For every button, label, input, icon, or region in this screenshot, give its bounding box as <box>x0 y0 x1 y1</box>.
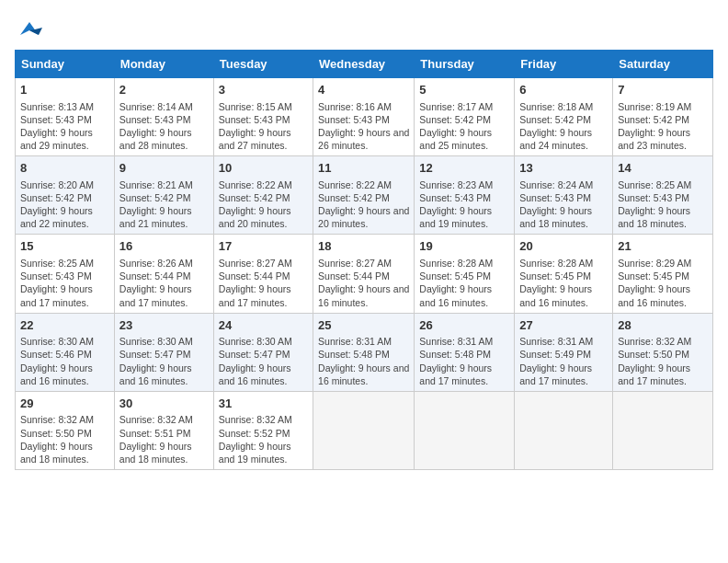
day-info: Sunrise: 8:28 AMSunset: 5:45 PMDaylight:… <box>419 257 509 309</box>
day-number: 20 <box>519 238 608 255</box>
calendar-day-cell: 7Sunrise: 8:19 AMSunset: 5:42 PMDaylight… <box>613 78 713 156</box>
day-info: Sunrise: 8:24 AMSunset: 5:43 PMDaylight:… <box>519 178 608 231</box>
calendar-day-cell: 19Sunrise: 8:28 AMSunset: 5:45 PMDayligh… <box>415 235 515 313</box>
day-info: Sunrise: 8:25 AMSunset: 5:43 PMDaylight:… <box>618 178 708 231</box>
day-number: 12 <box>419 160 509 177</box>
day-info: Sunrise: 8:31 AMSunset: 5:49 PMDaylight:… <box>519 335 608 387</box>
calendar-day-cell: 8Sunrise: 8:20 AMSunset: 5:42 PMDaylight… <box>16 156 115 235</box>
day-number: 14 <box>618 160 708 177</box>
day-info: Sunrise: 8:31 AMSunset: 5:48 PMDaylight:… <box>419 335 509 387</box>
calendar-day-cell: 28Sunrise: 8:32 AMSunset: 5:50 PMDayligh… <box>613 313 713 391</box>
day-number: 27 <box>519 317 608 334</box>
weekday-header-row: SundayMondayTuesdayWednesdayThursdayFrid… <box>16 51 713 78</box>
day-number: 15 <box>20 238 109 255</box>
day-number: 23 <box>119 317 209 334</box>
day-number: 30 <box>119 396 209 412</box>
weekday-header-cell: Saturday <box>613 51 713 78</box>
day-info: Sunrise: 8:22 AMSunset: 5:42 PMDaylight:… <box>219 178 308 231</box>
day-info: Sunrise: 8:30 AMSunset: 5:47 PMDaylight:… <box>119 335 209 387</box>
day-number: 18 <box>318 238 409 255</box>
day-number: 13 <box>519 160 608 177</box>
calendar-day-cell <box>515 391 613 469</box>
calendar-day-cell: 1Sunrise: 8:13 AMSunset: 5:43 PMDaylight… <box>16 78 115 156</box>
calendar-day-cell: 23Sunrise: 8:30 AMSunset: 5:47 PMDayligh… <box>114 313 213 391</box>
day-info: Sunrise: 8:32 AMSunset: 5:50 PMDaylight:… <box>618 335 708 387</box>
calendar-day-cell: 31Sunrise: 8:32 AMSunset: 5:52 PMDayligh… <box>213 391 313 469</box>
day-info: Sunrise: 8:23 AMSunset: 5:43 PMDaylight:… <box>419 178 509 231</box>
calendar-day-cell: 27Sunrise: 8:31 AMSunset: 5:49 PMDayligh… <box>515 313 613 391</box>
day-number: 17 <box>219 238 308 255</box>
calendar-day-cell: 29Sunrise: 8:32 AMSunset: 5:50 PMDayligh… <box>16 391 115 469</box>
day-info: Sunrise: 8:30 AMSunset: 5:47 PMDaylight:… <box>219 335 308 387</box>
day-info: Sunrise: 8:29 AMSunset: 5:45 PMDaylight:… <box>618 257 708 309</box>
day-info: Sunrise: 8:17 AMSunset: 5:42 PMDaylight:… <box>419 100 509 153</box>
calendar-day-cell: 12Sunrise: 8:23 AMSunset: 5:43 PMDayligh… <box>415 156 515 235</box>
calendar-table: SundayMondayTuesdayWednesdayThursdayFrid… <box>15 50 713 470</box>
calendar-day-cell: 18Sunrise: 8:27 AMSunset: 5:44 PMDayligh… <box>313 235 415 313</box>
calendar-day-cell: 14Sunrise: 8:25 AMSunset: 5:43 PMDayligh… <box>613 156 713 235</box>
day-number: 26 <box>419 317 509 334</box>
weekday-header-cell: Sunday <box>16 51 115 78</box>
day-number: 25 <box>318 317 409 334</box>
weekday-header-cell: Tuesday <box>213 51 313 78</box>
day-number: 24 <box>219 317 308 334</box>
day-info: Sunrise: 8:13 AMSunset: 5:43 PMDaylight:… <box>20 100 109 153</box>
calendar-week-row: 8Sunrise: 8:20 AMSunset: 5:42 PMDaylight… <box>16 156 713 235</box>
logo-bird-icon <box>17 18 42 39</box>
day-info: Sunrise: 8:20 AMSunset: 5:42 PMDaylight:… <box>20 178 109 231</box>
weekday-header-cell: Friday <box>515 51 613 78</box>
day-info: Sunrise: 8:25 AMSunset: 5:43 PMDaylight:… <box>20 257 109 309</box>
calendar-day-cell: 3Sunrise: 8:15 AMSunset: 5:43 PMDaylight… <box>213 78 313 156</box>
day-number: 29 <box>20 396 109 412</box>
calendar-day-cell: 9Sunrise: 8:21 AMSunset: 5:42 PMDaylight… <box>114 156 213 235</box>
calendar-week-row: 22Sunrise: 8:30 AMSunset: 5:46 PMDayligh… <box>16 313 713 391</box>
calendar-day-cell: 22Sunrise: 8:30 AMSunset: 5:46 PMDayligh… <box>16 313 115 391</box>
calendar-day-cell: 24Sunrise: 8:30 AMSunset: 5:47 PMDayligh… <box>213 313 313 391</box>
calendar-day-cell: 11Sunrise: 8:22 AMSunset: 5:42 PMDayligh… <box>313 156 415 235</box>
calendar-day-cell: 4Sunrise: 8:16 AMSunset: 5:43 PMDaylight… <box>313 78 415 156</box>
calendar-day-cell: 26Sunrise: 8:31 AMSunset: 5:48 PMDayligh… <box>415 313 515 391</box>
day-number: 16 <box>119 238 209 255</box>
calendar-week-row: 29Sunrise: 8:32 AMSunset: 5:50 PMDayligh… <box>16 391 713 469</box>
calendar-day-cell: 20Sunrise: 8:28 AMSunset: 5:45 PMDayligh… <box>515 235 613 313</box>
calendar-day-cell: 25Sunrise: 8:31 AMSunset: 5:48 PMDayligh… <box>313 313 415 391</box>
calendar-day-cell: 21Sunrise: 8:29 AMSunset: 5:45 PMDayligh… <box>613 235 713 313</box>
day-info: Sunrise: 8:22 AMSunset: 5:42 PMDaylight:… <box>318 178 409 231</box>
day-info: Sunrise: 8:16 AMSunset: 5:43 PMDaylight:… <box>318 100 409 153</box>
day-number: 2 <box>119 82 209 98</box>
calendar-day-cell <box>313 391 415 469</box>
day-number: 10 <box>219 160 308 177</box>
weekday-header-cell: Monday <box>114 51 213 78</box>
weekday-header-cell: Thursday <box>415 51 515 78</box>
calendar-day-cell: 2Sunrise: 8:14 AMSunset: 5:43 PMDaylight… <box>114 78 213 156</box>
day-info: Sunrise: 8:19 AMSunset: 5:42 PMDaylight:… <box>618 100 708 153</box>
day-number: 19 <box>419 238 509 255</box>
day-info: Sunrise: 8:31 AMSunset: 5:48 PMDaylight:… <box>318 335 409 387</box>
day-number: 4 <box>318 82 409 98</box>
calendar-week-row: 1Sunrise: 8:13 AMSunset: 5:43 PMDaylight… <box>16 78 713 156</box>
day-number: 31 <box>219 396 308 412</box>
day-number: 3 <box>219 82 308 98</box>
calendar-day-cell: 13Sunrise: 8:24 AMSunset: 5:43 PMDayligh… <box>515 156 613 235</box>
calendar-body: 1Sunrise: 8:13 AMSunset: 5:43 PMDaylight… <box>16 78 713 470</box>
day-number: 9 <box>119 160 209 177</box>
day-number: 28 <box>618 317 708 334</box>
calendar-day-cell: 10Sunrise: 8:22 AMSunset: 5:42 PMDayligh… <box>213 156 313 235</box>
weekday-header-cell: Wednesday <box>313 51 415 78</box>
calendar-day-cell: 30Sunrise: 8:32 AMSunset: 5:51 PMDayligh… <box>114 391 213 469</box>
day-info: Sunrise: 8:32 AMSunset: 5:51 PMDaylight:… <box>119 413 209 465</box>
day-info: Sunrise: 8:28 AMSunset: 5:45 PMDaylight:… <box>519 257 608 309</box>
day-number: 21 <box>618 238 708 255</box>
day-info: Sunrise: 8:26 AMSunset: 5:44 PMDaylight:… <box>119 257 209 309</box>
calendar-day-cell: 17Sunrise: 8:27 AMSunset: 5:44 PMDayligh… <box>213 235 313 313</box>
day-info: Sunrise: 8:30 AMSunset: 5:46 PMDaylight:… <box>20 335 109 387</box>
day-info: Sunrise: 8:32 AMSunset: 5:50 PMDaylight:… <box>20 413 109 465</box>
day-info: Sunrise: 8:27 AMSunset: 5:44 PMDaylight:… <box>219 257 308 309</box>
day-number: 6 <box>519 82 608 98</box>
day-number: 22 <box>20 317 109 334</box>
day-number: 5 <box>419 82 509 98</box>
day-number: 11 <box>318 160 409 177</box>
day-info: Sunrise: 8:27 AMSunset: 5:44 PMDaylight:… <box>318 257 409 309</box>
logo <box>15 18 42 42</box>
day-info: Sunrise: 8:18 AMSunset: 5:42 PMDaylight:… <box>519 100 608 153</box>
